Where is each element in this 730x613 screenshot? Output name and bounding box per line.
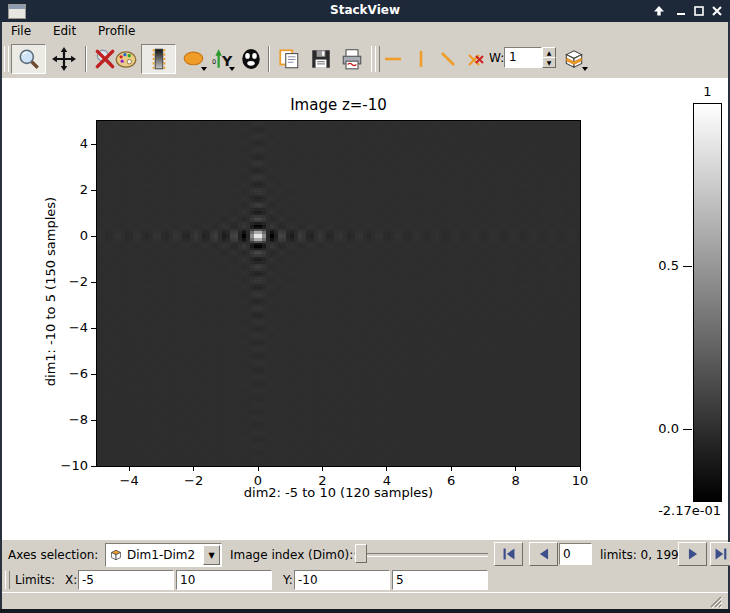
x-min-input[interactable] <box>78 570 174 590</box>
vertical-line-icon <box>410 48 432 70</box>
menu-file[interactable]: File <box>2 22 40 40</box>
image-index-slider-handle[interactable] <box>355 544 367 563</box>
next-frame-button[interactable] <box>678 542 707 566</box>
axes-selection-combobox[interactable]: Dim1-Dim2 ▼ <box>105 543 222 567</box>
x-tick-mark <box>258 467 259 471</box>
contrast-button[interactable] <box>141 44 176 74</box>
minimize-icon <box>675 5 687 17</box>
combobox-dropdown-button[interactable]: ▼ <box>203 545 220 565</box>
zoom-button[interactable] <box>11 44 46 74</box>
toolbar-grip-2[interactable] <box>371 46 376 72</box>
colorbar-min-label: -2.17e-01 <box>602 503 721 518</box>
y-min-input[interactable] <box>294 570 390 590</box>
remove-cross-section-button[interactable] <box>462 44 489 74</box>
x-max-input[interactable] <box>176 570 272 590</box>
hline-cross-section-button[interactable] <box>379 44 406 74</box>
last-frame-icon <box>711 544 730 564</box>
first-frame-icon <box>499 544 519 564</box>
zoom-icon <box>17 47 41 71</box>
next-frame-icon <box>683 544 703 564</box>
previous-frame-icon <box>534 544 554 564</box>
toolbar-separator-1 <box>85 46 87 72</box>
window-title: StackView <box>0 3 730 17</box>
plot-title: Image z=-10 <box>97 96 580 114</box>
window-bottom-edge <box>0 609 730 613</box>
y-tick-mark <box>91 282 96 283</box>
menu-bar: File Edit Profile <box>2 22 728 40</box>
menu-edit[interactable]: Edit <box>44 22 85 40</box>
slice-orientation-button[interactable] <box>558 44 590 74</box>
resize-grip-icon[interactable] <box>708 594 722 608</box>
shade-button[interactable] <box>650 3 667 19</box>
x-tick-label: 4 <box>367 473 407 488</box>
mask-icon <box>239 47 263 71</box>
x-tick-mark <box>386 467 387 471</box>
navigation-toolbar-row: Axes selection: Dim1-Dim2 ▼ Image index … <box>2 539 728 569</box>
minimize-button[interactable] <box>672 3 689 19</box>
slice-orientation-caret <box>582 67 588 71</box>
x-tick-label: 6 <box>431 473 471 488</box>
heatmap-canvas[interactable] <box>97 121 580 466</box>
y-tick-label: −10 <box>42 458 88 473</box>
oblique-cross-section-button[interactable] <box>434 44 461 74</box>
ellipse-tool-button[interactable] <box>178 44 209 74</box>
maximize-icon <box>693 5 705 17</box>
frame-index-input[interactable] <box>559 543 592 565</box>
y-tick-mark <box>91 420 96 421</box>
axes-selection-value: Dim1-Dim2 <box>127 548 195 562</box>
spin-up-icon: ▲ <box>547 50 552 56</box>
status-bar <box>2 592 728 610</box>
last-frame-button[interactable] <box>710 542 730 566</box>
print-icon <box>340 47 364 71</box>
colorbar-tick-label: 0.0 <box>631 421 679 436</box>
y-tick-mark <box>91 190 96 191</box>
width-spin-down[interactable]: ▼ <box>542 57 556 68</box>
x-tick-label: −2 <box>174 473 214 488</box>
x-tick-label: 0 <box>238 473 278 488</box>
toolbar-grip[interactable] <box>4 46 9 72</box>
previous-frame-button[interactable] <box>529 542 558 566</box>
colorbar-max-label: 1 <box>693 84 722 99</box>
y-tick-label: −6 <box>42 366 88 381</box>
shade-icon <box>653 5 665 17</box>
menu-profile[interactable]: Profile <box>89 22 144 40</box>
y-tick-label: 0 <box>42 228 88 243</box>
print-button[interactable] <box>337 44 367 74</box>
copy-button[interactable] <box>273 44 305 74</box>
y-max-input[interactable] <box>392 570 488 590</box>
x-tick-label: −4 <box>109 473 149 488</box>
plot-frame <box>96 120 581 467</box>
spin-down-icon: ▼ <box>547 60 552 66</box>
x-tick-mark <box>451 467 452 471</box>
width-spinbox[interactable]: 1 <box>504 47 542 68</box>
colorbar-tick-mark <box>683 429 692 430</box>
colorbar-tick-label: 0.5 <box>631 258 679 273</box>
dropdown-arrow-icon: ▼ <box>208 551 214 560</box>
pan-button[interactable] <box>48 44 80 74</box>
x-limits-label: X: <box>65 573 77 587</box>
mask-button[interactable] <box>237 44 265 74</box>
x-tick-mark <box>515 467 516 471</box>
image-index-slider-groove[interactable] <box>354 553 488 557</box>
limits-label: Limits: <box>15 573 55 587</box>
palette-icon <box>114 47 138 71</box>
colorbar-tick-mark <box>683 266 692 267</box>
maximize-button[interactable] <box>690 3 707 19</box>
x-tick-mark <box>322 467 323 471</box>
x-tick-mark <box>193 467 194 471</box>
save-button[interactable] <box>306 44 336 74</box>
vline-cross-section-button[interactable] <box>407 44 434 74</box>
first-frame-button[interactable] <box>494 542 523 566</box>
limits-toolbar-grip[interactable] <box>5 571 10 589</box>
pan-icon <box>52 47 76 71</box>
close-icon <box>711 5 723 17</box>
axes-cube-icon <box>109 548 123 562</box>
limits-toolbar-row: Limits: X: Y: <box>2 568 728 592</box>
close-button[interactable] <box>708 3 725 19</box>
contrast-colorbar-icon <box>147 47 171 71</box>
save-icon <box>309 47 333 71</box>
yaxis-scale-button[interactable]: 0 Y <box>209 44 237 74</box>
title-bar[interactable]: StackView <box>0 0 730 22</box>
palette-button[interactable] <box>110 44 141 74</box>
width-value: 1 <box>509 50 517 64</box>
